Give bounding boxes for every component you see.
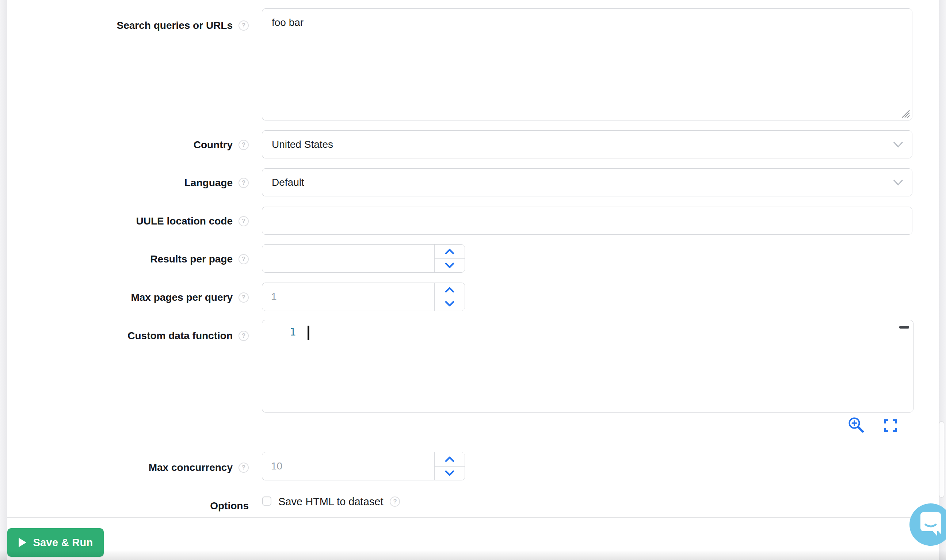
textarea-resize-handle[interactable] bbox=[901, 109, 910, 118]
country-select[interactable]: United States bbox=[262, 130, 912, 158]
max-concurrency-stepper: 10 bbox=[262, 452, 465, 480]
editor-scrollbar-thumb[interactable] bbox=[899, 326, 909, 329]
chat-launcher-button[interactable] bbox=[909, 503, 946, 546]
editor-zoom-button[interactable] bbox=[847, 416, 866, 435]
help-icon[interactable]: ? bbox=[239, 140, 249, 150]
options-label-row: Options bbox=[0, 498, 249, 514]
chevron-up-icon bbox=[445, 287, 455, 293]
save-and-run-label: Save & Run bbox=[33, 537, 93, 549]
results-per-page-label: Results per page bbox=[150, 253, 233, 265]
custom-data-code-editor[interactable]: 1 bbox=[262, 320, 914, 412]
chevron-up-icon bbox=[445, 456, 455, 462]
max-concurrency-input[interactable]: 10 bbox=[262, 452, 434, 480]
help-icon[interactable]: ? bbox=[390, 497, 400, 507]
results-per-page-input[interactable] bbox=[262, 245, 434, 272]
max-pages-increment-button[interactable] bbox=[434, 283, 465, 297]
chat-bubble-icon bbox=[918, 511, 944, 538]
results-decrement-button[interactable] bbox=[434, 259, 465, 273]
uule-label: UULE location code bbox=[136, 215, 233, 227]
country-label: Country bbox=[194, 139, 233, 151]
max-pages-stepper: 1 bbox=[262, 283, 465, 311]
help-icon[interactable]: ? bbox=[239, 178, 249, 188]
magnifier-plus-icon bbox=[847, 416, 866, 434]
actor-input-form-page: Search queries or URLs ? foo bar Country… bbox=[0, 0, 946, 560]
results-per-page-stepper bbox=[262, 244, 465, 273]
chevron-down-icon bbox=[445, 470, 455, 476]
max-pages-label-row: Max pages per query ? bbox=[0, 290, 249, 305]
uule-label-row: UULE location code ? bbox=[0, 214, 249, 229]
page-scrollbar-thumb[interactable] bbox=[940, 422, 944, 497]
country-label-row: Country ? bbox=[0, 137, 249, 152]
save-html-option: Save HTML to dataset ? bbox=[278, 497, 400, 507]
help-icon[interactable]: ? bbox=[239, 216, 249, 226]
custom-data-label: Custom data function bbox=[128, 330, 233, 342]
help-icon[interactable]: ? bbox=[239, 292, 249, 303]
play-icon bbox=[18, 537, 27, 548]
search-queries-textarea[interactable]: foo bar bbox=[262, 8, 912, 120]
search-queries-label: Search queries or URLs bbox=[117, 20, 233, 31]
editor-toolbar bbox=[847, 416, 906, 435]
country-value: United States bbox=[272, 139, 333, 151]
editor-line-number: 1 bbox=[281, 326, 296, 338]
max-pages-decrement-button[interactable] bbox=[434, 297, 465, 311]
language-label-row: Language ? bbox=[0, 175, 249, 191]
custom-data-label-row: Custom data function ? bbox=[0, 328, 249, 343]
footer-divider bbox=[7, 517, 939, 518]
uule-input[interactable] bbox=[262, 207, 912, 235]
chevron-down-icon bbox=[892, 141, 904, 148]
max-pages-label: Max pages per query bbox=[131, 292, 233, 303]
language-select[interactable]: Default bbox=[262, 168, 912, 196]
save-and-run-button[interactable]: Save & Run bbox=[7, 528, 104, 557]
page-left-gutter bbox=[0, 0, 7, 560]
options-label: Options bbox=[210, 500, 249, 512]
max-concurrency-label-row: Max concurrency ? bbox=[0, 460, 249, 475]
editor-fullscreen-button[interactable] bbox=[884, 419, 897, 433]
results-per-page-label-row: Results per page ? bbox=[0, 252, 249, 267]
max-concurrency-decrement-button[interactable] bbox=[434, 466, 465, 480]
chevron-up-icon bbox=[445, 249, 455, 254]
max-concurrency-increment-button[interactable] bbox=[434, 452, 465, 466]
fullscreen-icon bbox=[884, 419, 897, 432]
help-icon[interactable]: ? bbox=[239, 463, 249, 473]
chevron-down-icon bbox=[445, 263, 455, 268]
max-pages-input[interactable]: 1 bbox=[262, 283, 434, 311]
search-queries-label-row: Search queries or URLs ? bbox=[0, 18, 249, 33]
save-html-option-label: Save HTML to dataset bbox=[278, 496, 383, 508]
results-increment-button[interactable] bbox=[434, 245, 465, 259]
language-label: Language bbox=[185, 177, 233, 189]
chevron-down-icon bbox=[892, 179, 904, 186]
editor-scrollbar-track[interactable] bbox=[898, 320, 913, 412]
save-html-checkbox[interactable] bbox=[262, 497, 271, 506]
card-bottom-shadow bbox=[0, 550, 946, 560]
search-queries-value: foo bar bbox=[272, 17, 304, 28]
help-icon[interactable]: ? bbox=[239, 331, 249, 341]
chevron-down-icon bbox=[445, 301, 455, 307]
max-concurrency-label: Max concurrency bbox=[149, 462, 233, 474]
editor-text-caret bbox=[308, 326, 310, 340]
help-icon[interactable]: ? bbox=[239, 20, 249, 31]
language-value: Default bbox=[272, 177, 304, 188]
help-icon[interactable]: ? bbox=[239, 254, 249, 264]
